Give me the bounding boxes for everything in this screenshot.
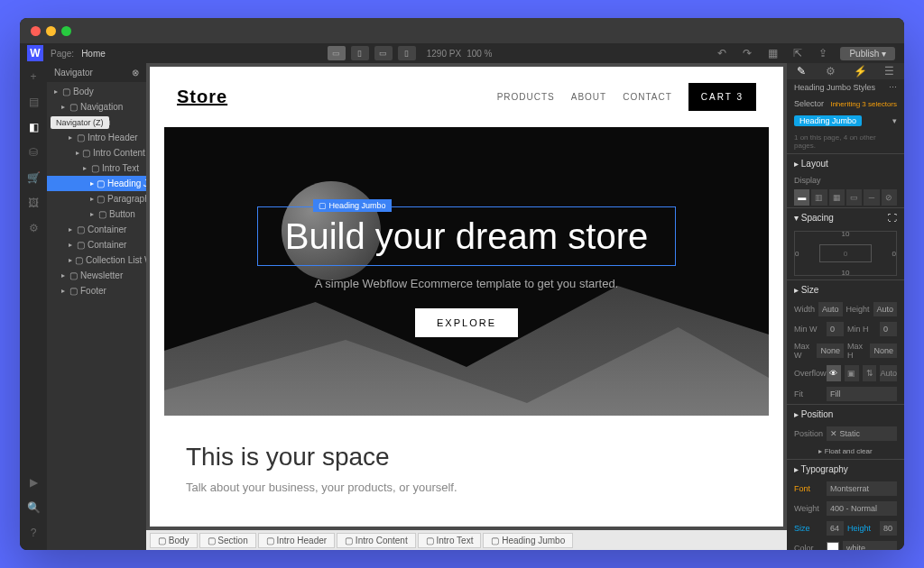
section-heading[interactable]: This is your space	[186, 443, 747, 472]
display-grid-icon[interactable]: ▦	[829, 189, 845, 206]
redo-icon[interactable]: ↷	[739, 45, 755, 61]
nav-link-about[interactable]: ABOUT	[571, 92, 606, 102]
section-paragraph[interactable]: Talk about your business, your products,…	[186, 481, 747, 494]
margin-right[interactable]: 0	[892, 250, 896, 258]
nav-link-products[interactable]: PRODUCTS	[497, 92, 555, 102]
display-block-icon[interactable]: ▬	[794, 189, 809, 206]
nav-item-footer[interactable]: ▸▢Footer	[47, 283, 146, 298]
fit-input[interactable]: Fill	[827, 387, 897, 401]
maxh-input[interactable]: None	[870, 344, 897, 358]
breadcrumb-item[interactable]: ▢ Intro Text	[418, 533, 482, 548]
nav-item-intro-text[interactable]: ▸▢Intro Text	[47, 160, 146, 176]
pages-icon[interactable]: ▤	[25, 94, 42, 110]
nav-item-container[interactable]: ▸▢Container	[47, 237, 146, 252]
navigator-icon[interactable]: ◧	[25, 119, 42, 135]
overflow-visible-icon[interactable]: 👁	[827, 365, 841, 381]
page-name[interactable]: Home	[81, 49, 106, 59]
device-desktop-icon[interactable]: ▭	[328, 46, 346, 60]
nav-item-intro-header[interactable]: ▸▢Intro Header	[47, 130, 146, 145]
nav-item-navigation[interactable]: ▸▢Navigation	[47, 99, 146, 115]
color-swatch[interactable]	[827, 542, 839, 550]
add-element-icon[interactable]: +	[25, 69, 42, 85]
width-input[interactable]: Auto	[818, 302, 843, 316]
close-icon[interactable]	[31, 26, 41, 36]
ecommerce-icon[interactable]: 🛒	[25, 169, 42, 186]
margin-left[interactable]: 0	[795, 250, 799, 258]
spacing-editor[interactable]: 10 10 0 0 0	[794, 231, 897, 276]
nav-item-intro-content[interactable]: ▸▢Intro Content	[47, 145, 146, 160]
settings-icon[interactable]: ⚙	[25, 220, 42, 236]
display-inline-icon[interactable]: ─	[864, 189, 879, 206]
hero-subheading[interactable]: A simple Webflow Ecommerce template to g…	[315, 277, 618, 290]
position-input[interactable]: ✕ Static	[827, 426, 897, 441]
nav-item-collection-list-wrapper[interactable]: ▸▢Collection List Wrapper	[47, 252, 146, 268]
settings-tab-icon[interactable]: ⚙	[823, 63, 839, 79]
nav-item-button[interactable]: ▸▢Button	[47, 206, 146, 222]
display-inline-block-icon[interactable]: ▭	[846, 189, 862, 206]
device-mobile-icon[interactable]: ▯	[398, 46, 416, 60]
selector-dropdown-icon[interactable]: ▾	[892, 116, 897, 125]
layout-section[interactable]: Layout	[801, 159, 828, 169]
nav-item-heading-jumbo[interactable]: ▸▢Heading Jumbo	[47, 176, 146, 191]
typography-section[interactable]: Typography	[801, 464, 848, 474]
overflow-auto-icon[interactable]: Auto	[880, 365, 897, 381]
lineheight-input[interactable]: 80	[880, 521, 897, 536]
selection-label[interactable]: ▢ Heading Jumbo	[313, 199, 392, 212]
device-mobile-landscape-icon[interactable]: ▭	[374, 46, 393, 60]
font-input[interactable]: Montserrat	[827, 481, 897, 496]
margin-bottom[interactable]: 10	[842, 269, 850, 277]
breadcrumb-item[interactable]: ▢ Intro Header	[258, 533, 335, 548]
element-tab-icon[interactable]: ☰	[882, 63, 898, 79]
preview-icon[interactable]: ▦	[764, 45, 781, 61]
minh-input[interactable]: 0	[880, 322, 897, 336]
color-input[interactable]: white	[843, 541, 897, 550]
undo-icon[interactable]: ↶	[714, 45, 730, 61]
nav-link-contact[interactable]: CONTACT	[623, 92, 672, 102]
position-section[interactable]: Position	[801, 409, 834, 419]
interactions-tab-icon[interactable]: ⚡	[852, 63, 868, 79]
nav-item-container[interactable]: ▸▢Container	[47, 222, 146, 237]
maximize-icon[interactable]	[61, 26, 71, 36]
breadcrumb-item[interactable]: ▢ Section	[199, 533, 256, 548]
float-clear[interactable]: ▸ Float and clear	[818, 447, 872, 455]
spacing-expand-icon[interactable]: ⛶	[888, 213, 897, 223]
device-tablet-icon[interactable]: ▯	[351, 46, 369, 60]
breadcrumb-item[interactable]: ▢ Heading Jumbo	[483, 533, 573, 548]
fontsize-input[interactable]: 64	[827, 521, 844, 536]
assets-icon[interactable]: 🖼	[25, 195, 42, 211]
breadcrumb-item[interactable]: ▢ Intro Content	[337, 533, 416, 548]
canvas-page[interactable]: Store PRODUCTS ABOUT CONTACT CART 3 ▢ He…	[150, 67, 783, 527]
heading-jumbo[interactable]: Build your dream store	[257, 206, 676, 266]
padding[interactable]: 0	[844, 250, 847, 258]
more-icon[interactable]: ⋯	[889, 83, 897, 92]
spacing-section[interactable]: Spacing	[801, 213, 834, 223]
publish-button[interactable]: Publish ▾	[840, 47, 895, 60]
navigator-close-icon[interactable]: ⊗	[132, 68, 139, 78]
display-flex-icon[interactable]: ▥	[811, 189, 827, 206]
cart-button[interactable]: CART 3	[688, 83, 756, 111]
selector-tag[interactable]: Heading Jumbo	[794, 115, 862, 126]
nav-item-paragraph-bigge[interactable]: ▸▢Paragraph Bigge	[47, 191, 146, 206]
overflow-hidden-icon[interactable]: ▣	[845, 365, 859, 381]
cms-icon[interactable]: ⛁	[25, 144, 42, 160]
store-logo[interactable]: Store	[177, 87, 227, 107]
maxw-input[interactable]: None	[817, 344, 844, 358]
webflow-logo[interactable]: W	[27, 45, 43, 61]
size-section[interactable]: Size	[801, 285, 818, 295]
nav-item-body[interactable]: ▸▢Body	[47, 84, 146, 99]
video-icon[interactable]: ▶	[25, 474, 42, 490]
share-icon[interactable]: ⇪	[815, 45, 831, 61]
display-none-icon[interactable]: ⊘	[882, 189, 897, 206]
height-input[interactable]: Auto	[873, 302, 898, 316]
nav-item-newsletter[interactable]: ▸▢Newsletter	[47, 268, 146, 283]
overflow-scroll-icon[interactable]: ⇅	[863, 365, 877, 381]
style-tab-icon[interactable]: ✎	[793, 63, 809, 79]
help-icon[interactable]: ?	[25, 525, 42, 541]
search-icon[interactable]: 🔍	[25, 499, 42, 516]
minw-input[interactable]: 0	[827, 322, 844, 336]
breadcrumb-item[interactable]: ▢ Body	[150, 533, 198, 548]
minimize-icon[interactable]	[46, 26, 56, 36]
margin-top[interactable]: 10	[842, 230, 850, 238]
export-icon[interactable]: ⇱	[790, 45, 806, 61]
weight-input[interactable]: 400 - Normal	[827, 501, 897, 516]
